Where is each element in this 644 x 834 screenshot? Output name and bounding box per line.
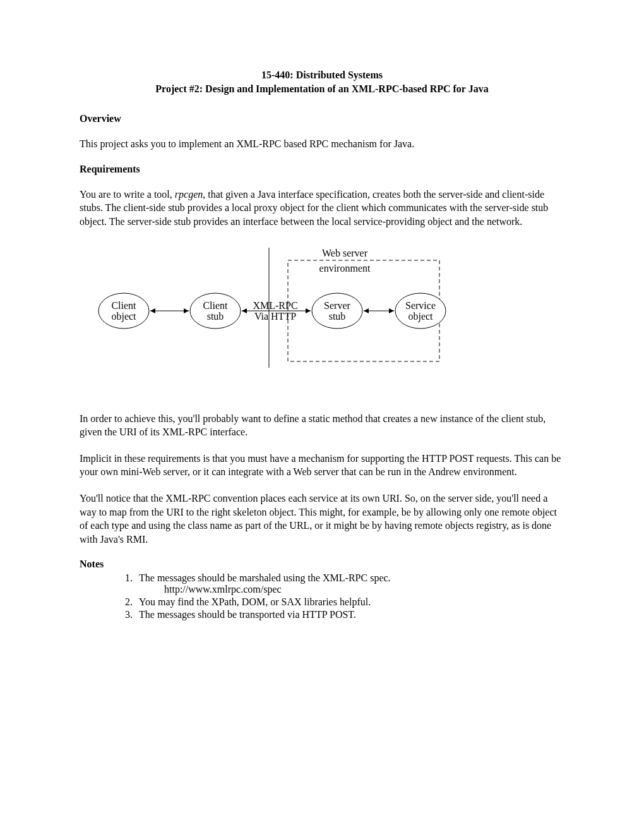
notes-heading: Notes [80, 559, 564, 570]
arrowhead-left-3 [364, 308, 369, 313]
arrowhead-right-3 [389, 308, 394, 313]
note-2: You may find the XPath, DOM, or SAX libr… [135, 596, 564, 608]
paragraph-4: You'll notice that the XML-RPC conventio… [80, 492, 564, 546]
client-stub-l1: Client [203, 299, 228, 310]
note-3: The messages should be transported via H… [135, 609, 564, 620]
overview-text: This project asks you to implement an XM… [80, 137, 564, 151]
title-block: 15-440: Distributed Systems Project #2: … [80, 68, 564, 95]
project-title: Project #2: Design and Implementation of… [80, 82, 564, 96]
service-object-l2: object [408, 310, 433, 322]
xmlrpc-l1: XML-RPC [253, 299, 297, 310]
arrowhead-left-2 [242, 308, 247, 313]
paragraph-3: Implicit in these requirements is that y… [80, 452, 564, 479]
server-stub-l2: stub [329, 310, 346, 321]
xmlrpc-l2: Via HTTP [254, 310, 296, 321]
arrowhead-right-2 [306, 308, 311, 313]
arrowhead-right-1 [184, 308, 189, 313]
note-1: The messages should be marshaled using t… [135, 572, 564, 595]
webserver-label-2: environment [319, 262, 371, 273]
tool-name: rpcgen [175, 189, 203, 200]
paragraph-2: In order to achieve this, you'll probabl… [80, 412, 564, 439]
notes-list: The messages should be marshaled using t… [135, 572, 564, 620]
arrowhead-left-1 [150, 308, 155, 313]
architecture-diagram: Web server environment Client object Cli… [80, 241, 564, 380]
page: 15-440: Distributed Systems Project #2: … [0, 0, 644, 834]
note-1-url: http://www.xmlrpc.com/spec [164, 584, 564, 595]
service-object-l1: Service [405, 299, 436, 310]
requirements-paragraph-1: You are to write a tool, rpcgen, that gi… [80, 188, 564, 229]
overview-heading: Overview [80, 113, 564, 124]
req-text-a: You are to write a tool, [80, 189, 175, 200]
client-stub-l2: stub [207, 310, 224, 321]
client-object-l2: object [111, 310, 136, 322]
note-1-text: The messages should be marshaled using t… [139, 572, 391, 583]
webserver-label-1: Web server [322, 247, 368, 258]
client-object-l1: Client [111, 299, 136, 310]
requirements-heading: Requirements [80, 164, 564, 175]
server-stub-l1: Server [324, 299, 350, 310]
course-title: 15-440: Distributed Systems [80, 68, 564, 82]
